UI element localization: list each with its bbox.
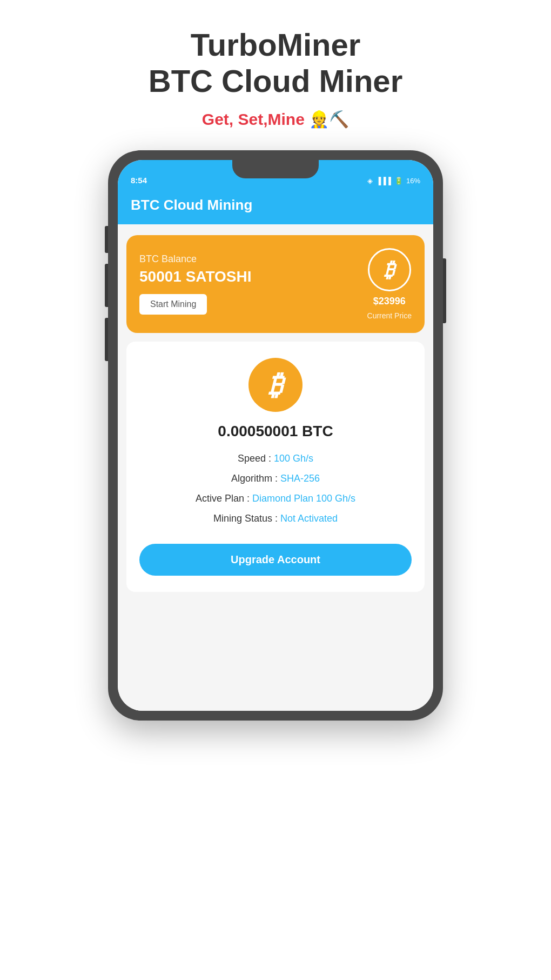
algorithm-value: SHA-256 [280,473,320,484]
balance-right: ₿ $23996 Current Price [367,248,412,320]
volume-up-button [105,226,108,253]
app-bar-title: BTC Cloud Mining [131,197,420,214]
battery-icon: 🔋 [394,177,403,185]
active-plan-value: Diamond Plan 100 Gh/s [252,493,355,504]
balance-left: BTC Balance 50001 SATOSHI Start Mining [139,254,367,315]
tagline-text: Get, Set,Mine [202,110,305,128]
mining-status-value: Not Activated [280,513,338,524]
wifi-icon: ◈ [367,177,373,185]
app-bar: BTC Cloud Mining [118,188,433,224]
tagline: Get, Set,Mine 👷⛏️ [202,110,349,129]
mining-status-row: Mining Status : Not Activated [213,513,338,524]
active-plan-row: Active Plan : Diamond Plan 100 Gh/s [196,493,355,504]
btc-symbol-orange: ₿ [268,369,283,401]
btc-symbol-white: ₿ [384,258,394,282]
silent-button [105,318,108,361]
algorithm-label: Algorithm : [231,473,280,484]
title-line2: BTC Cloud Miner [149,63,402,98]
volume-down-button [105,264,108,307]
mining-info-card: ₿ 0.00050001 BTC Speed : 100 Gh/s Algori… [126,342,425,592]
current-price-value: $23996 [373,296,406,307]
power-button [443,258,446,323]
algorithm-row: Algorithm : SHA-256 [231,473,320,484]
app-title: TurboMiner BTC Cloud Miner [149,27,402,99]
mining-status-label: Mining Status : [213,513,280,524]
speed-label: Speed : [238,453,274,464]
tagline-emoji: 👷⛏️ [309,110,349,128]
phone-mockup: 8:54 ◈ ▐▐▐ 🔋 16% BTC Cloud Mining BTC Ba… [108,150,443,721]
phone-screen: 8:54 ◈ ▐▐▐ 🔋 16% BTC Cloud Mining BTC Ba… [118,160,433,711]
upgrade-account-button[interactable]: Upgrade Account [139,544,412,576]
status-icons: ◈ ▐▐▐ 🔋 16% [367,177,420,185]
status-time: 8:54 [131,176,147,185]
screen-content: BTC Balance 50001 SATOSHI Start Mining ₿… [118,224,433,711]
signal-icon: ▐▐▐ [376,177,391,185]
speed-row: Speed : 100 Gh/s [238,453,313,464]
current-price-label: Current Price [367,311,412,320]
speed-value: 100 Gh/s [274,453,313,464]
balance-label: BTC Balance [139,254,367,265]
active-plan-label: Active Plan : [196,493,252,504]
balance-amount: 50001 SATOSHI [139,268,367,285]
start-mining-button[interactable]: Start Mining [139,294,207,315]
btc-value: 0.00050001 BTC [218,423,333,440]
title-line1: TurboMiner [191,27,361,62]
btc-orange-icon: ₿ [248,358,303,412]
phone-notch [232,160,319,178]
btc-icon-circle: ₿ [368,248,411,291]
battery-percent: 16% [406,177,420,185]
balance-card: BTC Balance 50001 SATOSHI Start Mining ₿… [126,235,425,333]
